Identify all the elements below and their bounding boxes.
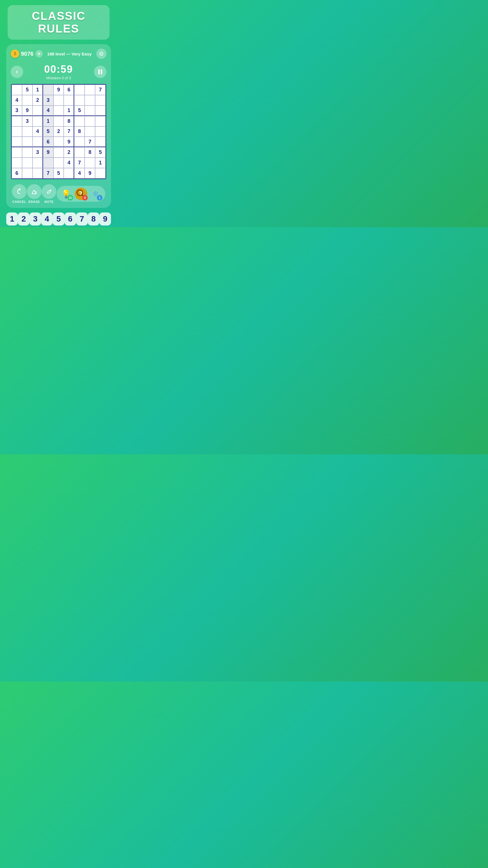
sudoku-cell[interactable]	[85, 116, 95, 126]
sudoku-cell[interactable]: 7	[74, 158, 85, 168]
sudoku-cell[interactable]: 7	[85, 137, 95, 147]
sudoku-cell[interactable]	[74, 137, 85, 147]
sudoku-cell[interactable]: 1	[33, 85, 43, 95]
sudoku-cell[interactable]	[33, 168, 43, 179]
number-button-3[interactable]: 3	[29, 213, 41, 225]
sudoku-cell[interactable]: 4	[43, 105, 54, 116]
number-button-7[interactable]: 7	[76, 213, 88, 225]
pause-button[interactable]	[94, 66, 106, 78]
sudoku-cell[interactable]: 3	[22, 116, 33, 126]
sudoku-cell[interactable]	[54, 95, 64, 105]
sudoku-cell[interactable]	[11, 137, 22, 147]
sudoku-cell[interactable]: 8	[85, 147, 95, 158]
sudoku-cell[interactable]	[22, 95, 33, 105]
number-button-4[interactable]: 4	[41, 213, 53, 225]
add-coins-button[interactable]: +	[35, 50, 43, 57]
hint-powerup-button[interactable]: 💡 15	[60, 188, 72, 200]
sudoku-cell[interactable]	[22, 158, 33, 168]
sudoku-cell[interactable]	[85, 126, 95, 137]
sudoku-cell[interactable]: 4	[33, 126, 43, 137]
sudoku-cell[interactable]	[43, 158, 54, 168]
sudoku-cell[interactable]	[22, 147, 33, 158]
sudoku-cell[interactable]: 5	[22, 85, 33, 95]
sudoku-cell[interactable]: 7	[95, 85, 105, 95]
sudoku-cell[interactable]	[22, 168, 33, 179]
sudoku-cell[interactable]	[95, 95, 105, 105]
sudoku-cell[interactable]: 7	[64, 126, 74, 137]
sudoku-cell[interactable]	[95, 126, 105, 137]
number-button-5[interactable]: 5	[53, 213, 64, 225]
back-button[interactable]: ‹	[11, 66, 23, 78]
sudoku-cell[interactable]	[95, 137, 105, 147]
sudoku-cell[interactable]	[11, 85, 22, 95]
sudoku-cell[interactable]: 6	[64, 85, 74, 95]
sudoku-cell[interactable]: 2	[64, 147, 74, 158]
sudoku-cell[interactable]: 5	[43, 126, 54, 137]
sudoku-cell[interactable]	[85, 95, 95, 105]
sudoku-cell[interactable]	[95, 168, 105, 179]
sudoku-cell[interactable]	[95, 116, 105, 126]
sudoku-cell[interactable]: 1	[43, 116, 54, 126]
sudoku-cell[interactable]	[74, 147, 85, 158]
sudoku-cell[interactable]: 5	[74, 105, 85, 116]
sudoku-cell[interactable]	[11, 147, 22, 158]
sudoku-cell[interactable]	[54, 158, 64, 168]
note-button[interactable]: NOTE	[41, 184, 56, 204]
sudoku-cell[interactable]	[74, 85, 85, 95]
settings-button[interactable]: ⚙	[96, 49, 106, 59]
sudoku-cell[interactable]	[11, 158, 22, 168]
sudoku-cell[interactable]: 9	[54, 85, 64, 95]
sudoku-cell[interactable]: 1	[95, 158, 105, 168]
sudoku-cell[interactable]: 9	[43, 147, 54, 158]
sudoku-cell[interactable]	[85, 158, 95, 168]
sudoku-cell[interactable]: 2	[54, 126, 64, 137]
sudoku-cell[interactable]	[43, 85, 54, 95]
cancel-button[interactable]: CANCEL	[12, 184, 27, 204]
sudoku-cell[interactable]: 3	[43, 95, 54, 105]
sudoku-cell[interactable]: 8	[74, 126, 85, 137]
sudoku-cell[interactable]	[64, 95, 74, 105]
sudoku-cell[interactable]	[54, 105, 64, 116]
sudoku-cell[interactable]	[33, 137, 43, 147]
sudoku-cell[interactable]: 4	[11, 95, 22, 105]
sudoku-cell[interactable]: 9	[85, 168, 95, 179]
number-button-2[interactable]: 2	[18, 213, 29, 225]
sudoku-cell[interactable]: 6	[11, 168, 22, 179]
sudoku-cell[interactable]: 8	[64, 116, 74, 126]
sudoku-cell[interactable]	[11, 116, 22, 126]
sudoku-cell[interactable]	[74, 116, 85, 126]
sudoku-cell[interactable]	[54, 137, 64, 147]
sudoku-cell[interactable]: 9	[64, 137, 74, 147]
sudoku-cell[interactable]	[22, 137, 33, 147]
sudoku-cell[interactable]: 3	[11, 105, 22, 116]
sudoku-cell[interactable]: 6	[43, 137, 54, 147]
sudoku-cell[interactable]	[85, 105, 95, 116]
sudoku-cell[interactable]: 7	[43, 168, 54, 179]
sudoku-cell[interactable]: 3	[33, 147, 43, 158]
freeze-powerup-button[interactable]: ❄ 1	[89, 188, 102, 200]
number-button-8[interactable]: 8	[88, 213, 99, 225]
sudoku-cell[interactable]: 2	[33, 95, 43, 105]
sudoku-cell[interactable]	[95, 105, 105, 116]
sudoku-cell[interactable]: 4	[74, 168, 85, 179]
sudoku-cell[interactable]: 5	[54, 168, 64, 179]
sudoku-cell[interactable]	[54, 147, 64, 158]
sudoku-cell[interactable]: 4	[64, 158, 74, 168]
sudoku-cell[interactable]: 5	[95, 147, 105, 158]
sudoku-cell[interactable]	[22, 126, 33, 137]
number-button-1[interactable]: 1	[6, 213, 18, 225]
erase-button[interactable]: ERASE	[27, 184, 41, 204]
sudoku-cell[interactable]	[33, 158, 43, 168]
sudoku-cell[interactable]	[74, 95, 85, 105]
sudoku-cell[interactable]	[11, 126, 22, 137]
sudoku-cell[interactable]	[33, 105, 43, 116]
number-button-6[interactable]: 6	[64, 213, 76, 225]
sudoku-cell[interactable]	[85, 85, 95, 95]
reveal-powerup-button[interactable]: 7 0	[75, 188, 87, 200]
sudoku-cell[interactable]	[33, 116, 43, 126]
sudoku-cell[interactable]	[54, 116, 64, 126]
number-button-9[interactable]: 9	[99, 213, 111, 225]
sudoku-cell[interactable]: 9	[22, 105, 33, 116]
sudoku-cell[interactable]: 1	[64, 105, 74, 116]
sudoku-cell[interactable]	[64, 168, 74, 179]
